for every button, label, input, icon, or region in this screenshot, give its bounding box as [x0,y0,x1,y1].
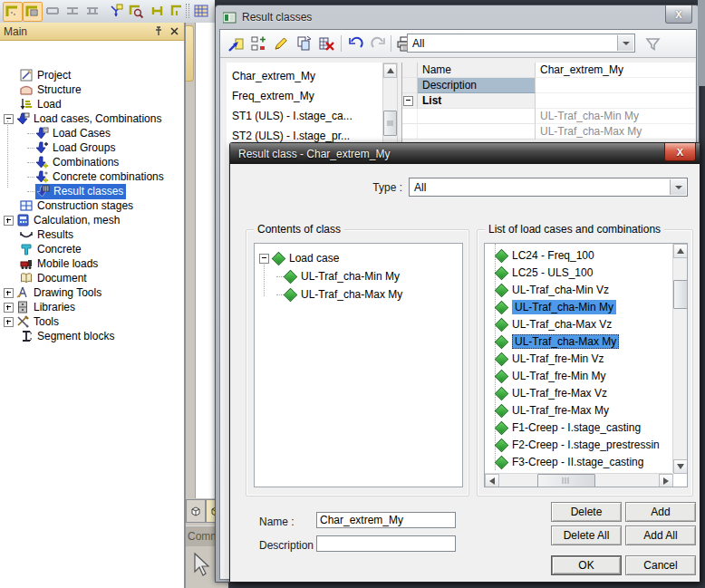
tree-item-drawing-tools[interactable]: Drawing Tools [4,285,101,300]
beam-disabled-icon[interactable] [63,2,83,22]
add-button[interactable]: Add [625,502,696,522]
property-row-list-entry[interactable]: UL-Traf_cha-Max My [402,124,695,140]
dialog-titlebar[interactable]: Result class - Char_extrem_My [230,143,700,164]
beam-disabled-icon[interactable] [43,2,63,22]
undo-icon[interactable] [345,34,365,53]
tree-item-result-classes[interactable]: Result classes [27,184,126,198]
load-case-item[interactable]: LC25 - ULS_100 [495,264,593,282]
list-item[interactable]: Freq_extrem_My [232,86,314,106]
frame-edit-icon[interactable] [23,2,43,22]
view-tab-wire[interactable] [186,499,206,523]
pattern-icon[interactable] [192,2,212,22]
tree-item-tools[interactable]: Tools [4,314,59,329]
load-case-item[interactable]: UL-Traf_fre-Max Vz [495,384,607,402]
scroll-thumb[interactable] [383,111,397,136]
edit-pencil-icon[interactable] [271,34,291,53]
load-case-item[interactable]: F1-Creep - I.stage_casting [495,419,641,437]
contents-tree-item[interactable]: UL-Traf_cha-Max My [276,285,402,304]
load-case-item[interactable]: UL-Traf_cha-Max Vz [495,315,612,333]
support-corner-icon[interactable] [168,2,188,22]
pin-icon[interactable] [152,25,165,37]
tree-item-segment-blocks[interactable]: Segment blocks [20,329,114,343]
contents-tree-item[interactable]: UL-Traf_cha-Min My [276,267,400,285]
chevron-down-icon [623,42,630,45]
name-label: Name : [259,516,295,528]
cancel-button[interactable]: Cancel [625,555,696,575]
tree-item-load-cases-combinations[interactable]: Load cases, Combinations [4,111,161,126]
type-combobox[interactable]: All [409,178,688,197]
property-row-list[interactable]: List [402,93,695,109]
collapse-box[interactable] [403,96,413,106]
tree-item-results[interactable]: Results [20,227,73,242]
redo-icon[interactable] [368,34,388,53]
horizontal-scrollbar[interactable] [485,473,672,487]
tree-item-project[interactable]: Project [20,68,71,82]
copy-icon[interactable] [294,34,314,53]
result-classes-titlebar[interactable]: Result classes [216,5,699,29]
property-grid: Name Char_extrem_My Description List UL- [401,63,695,149]
tree-item-load[interactable]: Load [20,97,62,111]
tree-item-structure[interactable]: Structure [20,82,82,97]
property-row-name[interactable]: Name Char_extrem_My [402,63,695,78]
load-case-item[interactable]: UL-Traf_cha-Min Vz [495,281,609,299]
load-case-item[interactable]: UL-Traf_fre-Min My [495,367,606,385]
frame-search-icon[interactable] [127,2,147,22]
expand-box[interactable] [4,317,14,327]
load-case-item[interactable]: UL-Traf_fre-Min Vz [495,350,604,368]
scroll-up-icon[interactable] [383,63,397,78]
expand-box[interactable] [4,303,14,313]
load-case-item[interactable]: F2-Creep - I.stage_prestressin [495,436,660,454]
vertical-scrollbar[interactable] [672,244,688,473]
load-case-item[interactable]: UL-Traf_fre-Max My [495,401,609,419]
delete-button[interactable]: Delete [551,502,622,522]
load-case-item-selected[interactable]: UL-Traf_cha-Max My [495,333,619,351]
beam-disabled-icon[interactable] [83,2,103,22]
tree-item-construction-stages[interactable]: Construction stages [20,198,133,213]
tree-item-libraries[interactable]: Libraries [4,300,75,314]
expand-box[interactable] [4,288,14,298]
close-icon[interactable] [168,25,180,37]
tree-item-concrete[interactable]: Concrete [20,242,82,256]
tree-item-combinations[interactable]: Combinations [27,155,119,169]
combobox-dropdown-button[interactable] [670,179,686,195]
dialog-close-button[interactable]: X [664,143,696,161]
scroll-left-icon[interactable] [485,474,499,487]
combobox-dropdown-button[interactable] [617,35,633,51]
contents-tree-root[interactable]: Load case [259,249,339,267]
scroll-thumb[interactable] [673,280,688,309]
frame-corner-icon[interactable] [3,2,23,22]
delete-table-icon[interactable] [316,34,336,53]
ok-button[interactable]: OK [551,555,622,575]
scroll-up-icon[interactable] [673,244,688,258]
property-row-description[interactable]: Description [402,78,695,93]
window-close-button[interactable]: X [665,5,692,24]
property-row-list-entry[interactable]: UL-Traf_cha-Min My [402,109,695,124]
name-input[interactable] [316,512,456,528]
tree-item-load-cases[interactable]: Load Cases [27,126,111,140]
scroll-right-icon[interactable] [659,474,673,487]
tree-item-load-groups[interactable]: Load Groups [27,140,115,155]
load-case-item[interactable]: LC24 - Freq_100 [495,246,594,265]
expand-box[interactable] [4,216,14,226]
new-item-icon[interactable] [248,34,268,53]
description-input[interactable] [316,535,456,552]
scroll-thumb[interactable] [537,474,595,487]
delete-all-button[interactable]: Delete All [551,525,622,545]
type-label: Type : [354,181,402,194]
load-case-item[interactable]: F3-Creep - II.stage_casting [495,453,643,471]
filter-combobox[interactable]: All [407,34,635,53]
tree-item-mobile-loads[interactable]: Mobile loads [20,256,98,271]
assign-icon[interactable] [226,34,246,53]
collapse-box[interactable] [259,254,269,264]
axis-xyz-icon[interactable] [107,2,127,22]
tree-item-concrete-combinations[interactable]: Concrete combinations [27,169,164,184]
filter-icon[interactable] [642,34,662,53]
load-case-item-selected[interactable]: UL-Traf_cha-Min My [495,298,616,316]
list-item[interactable]: Char_extrem_My [232,66,315,86]
scroll-down-icon[interactable] [673,459,688,474]
add-all-button[interactable]: Add All [625,525,696,545]
tree-item-calculation-mesh[interactable]: Calculation, mesh [4,213,120,227]
tree-item-document[interactable]: Document [20,271,87,285]
list-item[interactable]: ST1 (ULS) - I.stage_ca... [232,106,352,126]
support-left-icon[interactable] [148,2,168,22]
